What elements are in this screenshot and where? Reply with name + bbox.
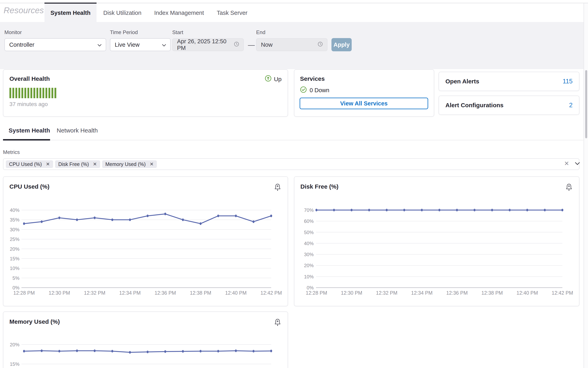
monitor-label: Monitor (4, 29, 106, 36)
svg-text:60%: 60% (304, 219, 314, 224)
services-title: Services (300, 75, 325, 82)
svg-text:12:40 PM: 12:40 PM (225, 290, 247, 296)
health-bar (45, 88, 47, 98)
svg-text:40%: 40% (10, 207, 19, 213)
svg-text:12:34 PM: 12:34 PM (119, 290, 141, 296)
monitor-filter-group: Monitor Controller (4, 29, 106, 51)
open-alerts-title: Open Alerts (445, 78, 479, 85)
health-bar (48, 88, 50, 98)
svg-text:30%: 30% (10, 227, 19, 232)
end-value: Now (261, 41, 317, 48)
svg-text:20%: 20% (10, 246, 19, 252)
disk-free-line-chart: 0%10%20%30%40%50%60%70%12:28 PM12:30 PM1… (294, 177, 580, 306)
services-down-label: 0 Down (310, 87, 329, 94)
health-bar (15, 88, 17, 98)
monitor-select[interactable]: Controller (4, 38, 106, 51)
remove-chip-icon[interactable]: ✕ (150, 161, 154, 167)
clear-all-metrics-icon[interactable]: ✕ (564, 160, 569, 167)
end-datetime-input[interactable]: Now (256, 38, 328, 51)
subtab-system-health[interactable]: System Health (9, 127, 50, 134)
cpu-used-chart-card: CPU Used (%) 0%5%10%15%20%25%30%35%40%12… (3, 176, 288, 306)
svg-text:12:30 PM: 12:30 PM (341, 290, 362, 296)
start-label: Start (172, 29, 244, 36)
health-bar (34, 88, 35, 98)
health-bar (24, 88, 26, 98)
tab-index-management[interactable]: Index Management (148, 3, 210, 22)
svg-text:12:34 PM: 12:34 PM (411, 290, 433, 296)
memory-used-chart-card: Memory Used (%) 15%20%12:28 PM12:30 PM12… (3, 312, 288, 368)
vertical-scrollbar-track (584, 3, 588, 368)
start-filter-group: Start Apr 26, 2025 12:50 PM (172, 29, 244, 51)
alert-configurations-title: Alert Configurations (445, 102, 503, 109)
svg-text:25%: 25% (10, 237, 19, 242)
disk-free-chart-card: Disk Free (%) 0%10%20%30%40%50%60%70%12:… (294, 176, 579, 306)
tab-task-server[interactable]: Task Server (211, 3, 253, 22)
end-label: End (256, 29, 328, 36)
metrics-multiselect[interactable]: CPU Used (%) ✕ Disk Free (%) ✕ Memory Us… (3, 158, 579, 170)
services-down-status: 0 Down (300, 86, 329, 94)
open-alerts-count-link[interactable]: 115 (563, 78, 573, 85)
svg-text:12:40 PM: 12:40 PM (517, 290, 538, 296)
svg-text:12:42 PM: 12:42 PM (552, 290, 573, 296)
health-bar (54, 88, 56, 98)
health-bar (36, 88, 38, 98)
subtab-divider (3, 140, 583, 140)
health-bar (9, 88, 11, 98)
svg-text:20%: 20% (304, 263, 314, 268)
clock-icon (234, 41, 239, 48)
subtab-network-health[interactable]: Network Health (57, 127, 98, 134)
remove-chip-icon[interactable]: ✕ (93, 161, 97, 167)
top-tab-bar: System Health Disk Utilization Index Man… (45, 3, 253, 22)
metric-chip-disk-free: Disk Free (%) ✕ (55, 160, 100, 168)
last-updated-text: 37 minutes ago (9, 101, 48, 107)
svg-text:12:38 PM: 12:38 PM (190, 290, 211, 296)
svg-text:12:30 PM: 12:30 PM (49, 290, 70, 296)
time-period-select[interactable]: Live View (110, 38, 171, 51)
monitor-value: Controller (9, 41, 97, 48)
svg-text:12:32 PM: 12:32 PM (376, 290, 397, 296)
svg-text:20%: 20% (10, 342, 19, 347)
svg-text:50%: 50% (304, 230, 314, 235)
svg-text:12:38 PM: 12:38 PM (481, 290, 503, 296)
apply-button[interactable]: Apply (331, 38, 352, 51)
vertical-scrollbar-thumb[interactable] (585, 70, 587, 138)
date-range-separator: — (248, 41, 255, 49)
remove-chip-icon[interactable]: ✕ (46, 161, 50, 167)
svg-text:5%: 5% (12, 276, 19, 281)
services-card: Services 0 Down View All Services (294, 69, 434, 117)
alert-configurations-count-link[interactable]: 2 (569, 102, 573, 109)
app-brand: Resources (4, 6, 44, 15)
time-period-label: Time Period (110, 29, 171, 36)
svg-text:12:28 PM: 12:28 PM (13, 290, 35, 296)
clock-icon (317, 41, 323, 48)
health-bar (52, 88, 53, 98)
end-filter-group: End Now (256, 29, 328, 51)
status-up-icon (265, 75, 272, 83)
svg-text:12:36 PM: 12:36 PM (446, 290, 468, 296)
view-all-services-button[interactable]: View All Services (300, 98, 428, 109)
subtab-active-indicator (3, 139, 50, 140)
check-circle-icon (300, 86, 307, 94)
health-bar (12, 88, 14, 98)
metrics-chevron-down-icon[interactable] (575, 162, 580, 166)
svg-text:12:28 PM: 12:28 PM (306, 290, 327, 296)
open-alerts-card: Open Alerts 115 (439, 72, 579, 91)
tab-disk-utilization[interactable]: Disk Utilization (97, 3, 147, 22)
start-datetime-input[interactable]: Apr 26, 2025 12:50 PM (172, 38, 244, 51)
overall-health-title: Overall Health (9, 75, 50, 82)
cpu-used-line-chart: 0%5%10%15%20%25%30%35%40%12:28 PM12:30 P… (3, 177, 288, 306)
svg-text:0%: 0% (307, 285, 314, 290)
overall-health-card: Overall Health Up 37 minutes ago (3, 69, 288, 117)
alert-configurations-card: Alert Configurations 2 (439, 96, 579, 115)
tab-system-health[interactable]: System Health (45, 3, 97, 22)
svg-text:35%: 35% (10, 217, 19, 222)
health-bars (9, 88, 56, 98)
chevron-down-icon (162, 41, 166, 48)
svg-text:10%: 10% (10, 266, 19, 271)
svg-text:12:42 PM: 12:42 PM (260, 290, 282, 296)
health-bar (43, 88, 44, 98)
svg-text:12:32 PM: 12:32 PM (84, 290, 105, 296)
svg-text:40%: 40% (304, 241, 314, 246)
health-bar (39, 88, 41, 98)
health-bar (18, 88, 20, 98)
